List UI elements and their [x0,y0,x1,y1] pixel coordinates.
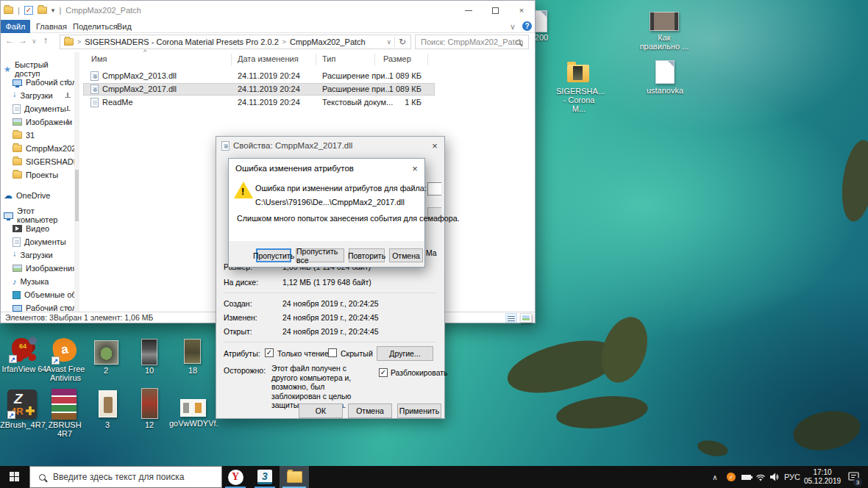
readonly-checkbox[interactable]: ✓ [265,348,274,357]
search-icon[interactable] [516,40,521,45]
retry-button[interactable]: Повторить [349,248,385,262]
explorer-titlebar[interactable]: | ✓ ▾ | CmppMax202_Patch × [1,1,535,20]
desktop-icon-zbrush-setup[interactable]: Z 4R ↗ [7,390,37,419]
cancel-button[interactable]: Отмена [348,403,392,418]
desktop-icon-zbrush-setup-label: ZBrush_4R7_... [0,420,47,429]
tray-wifi-icon[interactable] [753,466,768,488]
taskbar-explorer-button[interactable] [280,466,309,488]
help-icon[interactable]: ? [522,21,532,31]
sidebar-item-music[interactable]: ♪ Музыка [1,275,74,288]
sidebar-item-31[interactable]: 31 [1,129,74,142]
desktop-icon-video-label: Как правильно ... [638,33,690,51]
sidebar-item-pictures[interactable]: Изображени [1,115,74,129]
column-header-name[interactable]: Имя [91,54,107,63]
desktop-icon-image-12[interactable] [141,388,158,419]
sidebar-item-videos[interactable]: Видео [1,222,74,235]
desktop-icon-image-18[interactable] [184,339,201,364]
tray-language[interactable]: РУС [783,466,802,488]
ok-button[interactable]: ОК [299,403,343,418]
desktop-icon-avast[interactable]: a ↗ [51,337,78,365]
desktop: 200 Как правильно ... SIGERSHA... - Coro… [0,0,868,488]
column-header-size[interactable]: Размер [383,54,411,63]
column-header-type[interactable]: Тип [322,54,335,63]
breadcrumb-current[interactable]: CmppMax202_Patch [290,37,366,46]
desktop-icon-image-3[interactable] [99,390,117,417]
close-button[interactable]: × [508,1,535,20]
sidebar-item-pc-documents[interactable]: Документы [1,235,74,248]
shortcut-arrow-icon: ↗ [51,356,60,365]
taskbar-3dsmax-button[interactable]: 3 [252,466,278,488]
menu-home[interactable]: Главная [36,20,67,33]
taskbar-yandex-button[interactable]: Y [222,466,249,488]
properties-close-icon[interactable]: × [428,140,441,151]
desktop-icon-zbrush-rar[interactable] [51,389,77,420]
search-box[interactable]: Поиск: CmppMax202_Patch [415,35,529,49]
skip-all-button[interactable]: Пропустить все [296,248,344,262]
skip-button[interactable]: Пропустить [256,248,291,262]
desktop-icon-video[interactable] [650,12,679,31]
refresh-icon[interactable]: ↻ [394,37,406,47]
maximize-button[interactable] [482,1,508,20]
minimize-button[interactable] [455,1,482,20]
unblock-label: Разблокировать [391,369,447,377]
file-row-readme[interactable]: ReadMe 24.11.2019 20:24 Текстовый докум.… [83,96,435,109]
action-center-button[interactable]: 3 [844,466,862,488]
menu-file[interactable]: Файл [1,20,30,33]
sidebar-item-this-pc[interactable]: Этот компьютер [1,209,74,222]
sidebar-item-pc-downloads[interactable]: ↑ Загрузки [1,248,74,262]
menu-share[interactable]: Поделиться [73,20,118,33]
menu-view[interactable]: Вид [117,20,132,33]
desktop-icon-irfanview[interactable]: 64 ↗ [9,335,38,363]
up-icon[interactable]: ↑ [43,35,48,46]
sidebar-scrollbar[interactable] [74,52,79,314]
forward-icon[interactable]: → [18,35,27,46]
qat-folder-icon[interactable] [38,7,47,14]
sidebar-item-downloads[interactable]: ↑ Загрузки [1,89,74,102]
tray-volume-icon[interactable] [767,466,783,488]
apply-button[interactable]: Применить [397,403,441,418]
sidebar-quick-access[interactable]: ★ Быстрый доступ [1,62,74,76]
desktop-icon-image-2[interactable] [94,340,118,365]
qat-checkbox-icon[interactable]: ✓ [24,6,33,15]
tray-expand-icon[interactable]: ∧ [708,466,722,488]
hidden-checkbox[interactable] [328,348,337,357]
desktop-icon-image-10[interactable] [141,339,157,365]
other-attributes-button[interactable]: Другие... [377,346,433,361]
tray-clock[interactable]: 17:10 05.12.2019 [803,468,842,486]
file-row-cmppmax2013[interactable]: CmppMax2_2013.dll 24.11.2019 20:24 Расши… [83,70,435,82]
column-header-date[interactable]: Дата изменения [238,54,299,63]
taskbar-search[interactable]: Введите здесь текст для поиска [29,466,222,488]
sidebar-item-projects[interactable]: Проекты [1,168,74,182]
file-row-cmppmax2017-selected[interactable]: CmppMax2_2017.dll 24.11.2019 20:24 Расши… [83,83,435,96]
error-close-icon[interactable]: × [408,162,421,174]
start-button[interactable] [0,466,29,488]
sidebar-item-3d-objects[interactable]: Объемные объ [1,288,74,301]
back-icon[interactable]: ← [5,35,14,46]
sidebar-item-pc-pictures[interactable]: Изображения [1,262,74,275]
address-dropdown-icon[interactable]: ∨ [386,38,391,46]
desktop-icon-sigershaders-folder[interactable] [567,65,589,82]
scrollbar-thumb[interactable] [75,170,79,221]
tray-avast-icon[interactable]: ✓ [724,466,739,488]
tray-battery-icon[interactable] [738,466,754,488]
desktop-icon-gov[interactable] [180,399,206,417]
ribbon-expand-icon[interactable]: ∨ [510,20,516,33]
recent-locations-icon[interactable]: ∨ [32,37,37,45]
sidebar-item-cmppmax[interactable]: CmppMax202_Pa [1,142,74,155]
breadcrumb-root[interactable]: SIGERSHADERS - Corona Material Presets P… [85,37,278,46]
opened-label: Открыт: [224,327,252,336]
pin-icon [64,119,71,126]
address-bar[interactable]: > SIGERSHADERS - Corona Material Presets… [60,35,411,49]
sidebar-item-documents[interactable]: Документы [1,102,74,115]
desktop-icon-ustanovka[interactable] [655,60,675,84]
sidebar-item-sigershaders[interactable]: SIGERSHADERS [1,155,74,168]
qat-dropdown-icon[interactable]: ▾ [51,7,55,14]
error-cancel-button[interactable]: Отмена [389,248,423,262]
details-view-button[interactable] [505,313,517,323]
collapse-chevron-icon[interactable]: ∨ [65,304,71,312]
sidebar-item-onedrive[interactable]: ☁ OneDrive [1,189,74,202]
unblock-checkbox[interactable]: ✓ [379,368,388,377]
thumbnail-view-button[interactable] [520,313,532,323]
sidebar-item-desktop[interactable]: Рабочий стол [1,76,74,89]
filename-field-fragment[interactable] [427,182,441,195]
